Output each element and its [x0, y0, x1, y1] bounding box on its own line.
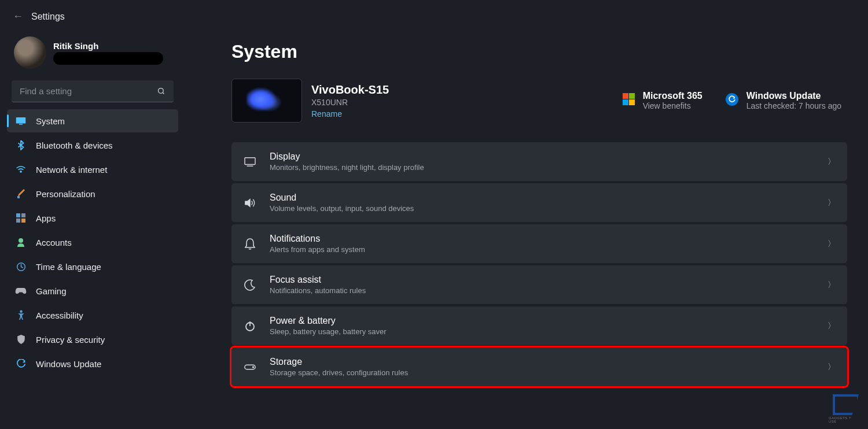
storage-icon [243, 364, 257, 371]
card-title: Microsoft 365 [643, 91, 703, 101]
power-icon [243, 320, 257, 332]
svg-rect-6 [16, 213, 20, 217]
content-area: System VivoBook-S15 X510UNR Rename Micro… [185, 27, 868, 429]
sidebar-item-accounts[interactable]: Accounts [7, 231, 178, 254]
svg-rect-3 [19, 124, 23, 125]
avatar [14, 36, 46, 69]
back-button[interactable]: ← [13, 10, 23, 23]
moon-icon [243, 279, 257, 291]
settings-list: Display Monitors, brightness, night ligh… [231, 142, 847, 386]
card-sub: View benefits [643, 101, 703, 110]
sidebar-item-network[interactable]: Network & internet [7, 158, 178, 181]
setting-focus-assist[interactable]: Focus assist Notifications, automatic ru… [231, 265, 847, 304]
setting-desc: Volume levels, output, input, sound devi… [270, 204, 815, 213]
setting-desc: Monitors, brightness, night light, displ… [270, 163, 815, 172]
svg-rect-9 [21, 219, 25, 223]
sidebar-item-accessibility[interactable]: Accessibility [7, 304, 178, 327]
svg-point-10 [19, 238, 23, 243]
page-title: System [231, 41, 847, 62]
chevron-right-icon: 〉 [827, 280, 836, 290]
setting-storage[interactable]: Storage Storage space, drives, configura… [231, 347, 847, 386]
setting-title: Power & battery [270, 316, 815, 326]
setting-sound[interactable]: Sound Volume levels, output, input, soun… [231, 183, 847, 222]
setting-display[interactable]: Display Monitors, brightness, night ligh… [231, 142, 847, 181]
user-section[interactable]: Ritik Singh [7, 34, 178, 78]
device-thumbnail[interactable] [231, 79, 302, 123]
globe-clock-icon [15, 261, 27, 272]
display-icon [243, 157, 257, 167]
device-name: VivoBook-S15 [311, 83, 389, 97]
chevron-right-icon: 〉 [827, 239, 836, 249]
update-icon [15, 358, 27, 369]
sidebar-item-gaming[interactable]: Gaming [7, 279, 178, 302]
setting-title: Focus assist [270, 275, 815, 285]
sidebar: Ritik Singh System Bluetooth & device [0, 27, 185, 429]
sidebar-item-windows-update[interactable]: Windows Update [7, 352, 178, 375]
device-model: X510UNR [311, 98, 389, 107]
setting-notifications[interactable]: Notifications Alerts from apps and syste… [231, 224, 847, 263]
svg-rect-13 [245, 157, 255, 164]
shield-icon [15, 334, 27, 345]
apps-icon [15, 212, 27, 224]
svg-point-0 [159, 88, 164, 94]
card-title: Windows Update [746, 91, 841, 101]
nav-list: System Bluetooth & devices Network & int… [7, 109, 178, 375]
gamepad-icon [15, 285, 27, 297]
windows-update-card[interactable]: Windows Update Last checked: 7 hours ago [726, 91, 841, 110]
wifi-icon [15, 164, 27, 175]
setting-desc: Alerts from apps and system [270, 245, 815, 254]
bluetooth-icon [15, 139, 27, 151]
sidebar-item-label: Bluetooth & devices [36, 140, 113, 150]
accessibility-icon [15, 309, 27, 321]
user-name: Ritik Singh [53, 41, 163, 51]
setting-desc: Notifications, automatic rules [270, 286, 815, 295]
search-input[interactable] [20, 86, 157, 96]
setting-power[interactable]: Power & battery Sleep, battery usage, ba… [231, 306, 847, 345]
bell-icon [243, 238, 257, 250]
user-email-redacted [53, 52, 163, 65]
rename-link[interactable]: Rename [311, 109, 389, 119]
sidebar-item-bluetooth[interactable]: Bluetooth & devices [7, 134, 178, 157]
sidebar-item-apps[interactable]: Apps [7, 206, 178, 230]
sidebar-item-label: Network & internet [36, 165, 107, 175]
sound-icon [243, 198, 257, 208]
sidebar-item-label: Accessibility [36, 310, 83, 320]
svg-line-1 [163, 93, 164, 94]
svg-rect-2 [16, 117, 26, 124]
card-sub: Last checked: 7 hours ago [746, 101, 841, 110]
chevron-right-icon: 〉 [827, 198, 836, 208]
svg-point-12 [20, 310, 23, 313]
watermark: GADGETS TO USE [829, 394, 863, 423]
sidebar-item-label: Accounts [36, 238, 72, 247]
sidebar-item-time[interactable]: Time & language [7, 255, 178, 278]
device-header: VivoBook-S15 X510UNR Rename Microsoft 36… [231, 79, 847, 123]
windows-update-icon [726, 93, 738, 106]
microsoft-365-icon [623, 93, 635, 105]
search-box[interactable] [12, 80, 174, 102]
chevron-right-icon: 〉 [827, 157, 836, 167]
sidebar-item-label: Personalization [36, 189, 95, 199]
sidebar-item-label: Gaming [36, 286, 67, 296]
sidebar-item-label: Time & language [36, 262, 101, 272]
chevron-right-icon: 〉 [827, 362, 836, 372]
title-bar: ← Settings [0, 0, 868, 27]
sidebar-item-personalization[interactable]: Personalization [7, 182, 178, 205]
display-icon [15, 115, 27, 127]
setting-title: Notifications [270, 234, 815, 244]
person-icon [15, 236, 27, 248]
svg-point-18 [253, 367, 254, 368]
svg-rect-7 [21, 213, 25, 217]
sidebar-item-label: System [36, 116, 65, 126]
setting-title: Sound [270, 193, 815, 203]
wallpaper-preview [247, 85, 287, 117]
sidebar-item-label: Privacy & security [36, 335, 105, 345]
setting-desc: Sleep, battery usage, battery saver [270, 327, 815, 336]
paintbrush-icon [15, 188, 27, 199]
search-icon [157, 87, 165, 95]
ms365-card[interactable]: Microsoft 365 View benefits [623, 91, 703, 110]
app-title: Settings [31, 12, 65, 22]
sidebar-item-system[interactable]: System [7, 109, 178, 132]
setting-title: Storage [270, 357, 815, 367]
sidebar-item-privacy[interactable]: Privacy & security [7, 328, 178, 351]
main-container: Ritik Singh System Bluetooth & device [0, 27, 868, 429]
